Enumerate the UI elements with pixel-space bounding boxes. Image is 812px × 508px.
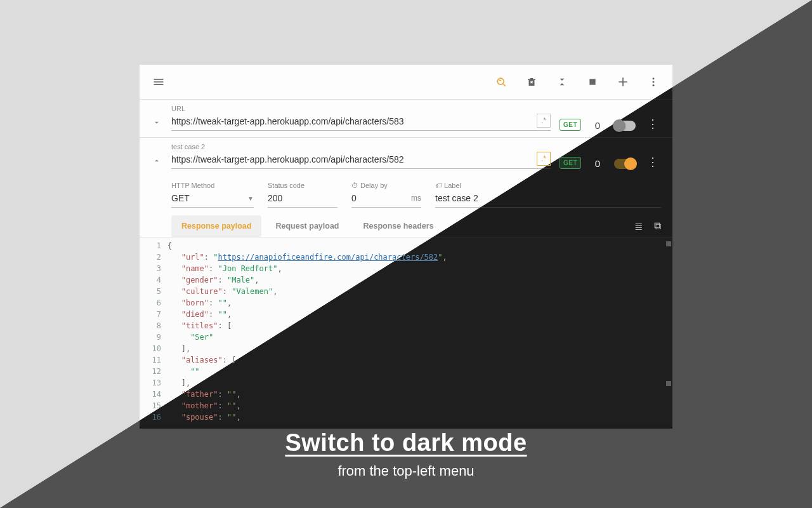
format-icon[interactable]: ≣ — [631, 220, 646, 232]
status-code-input[interactable]: 200 — [268, 190, 337, 208]
tab-request-payload[interactable]: Request payload — [265, 215, 349, 237]
caption-subtitle: from the top-left menu — [0, 463, 812, 479]
rule-row: URL https://tweak-target-app.herokuapp.c… — [140, 100, 672, 137]
regex-toggle[interactable]: .* — [537, 114, 551, 128]
scrollbar[interactable] — [665, 241, 671, 422]
collapse-all-icon[interactable] — [549, 69, 575, 95]
search-icon[interactable] — [488, 69, 514, 95]
url-input[interactable]: https://tweak-target-app.herokuapp.com/a… — [171, 114, 551, 131]
svg-rect-2 — [589, 79, 595, 84]
stop-icon[interactable] — [580, 69, 605, 95]
url-input[interactable]: https://tweak-target-app.herokuapp.com/a… — [171, 152, 551, 169]
method-badge: GET — [560, 157, 581, 169]
rule-label: test case 2 — [171, 143, 551, 150]
tab-response-headers[interactable]: Response headers — [353, 215, 443, 237]
row-more-icon[interactable]: ⋮ — [645, 155, 661, 169]
regex-toggle[interactable]: .* — [537, 152, 551, 166]
copy-icon[interactable]: ⧉ — [650, 220, 665, 232]
menu-icon[interactable] — [146, 69, 171, 95]
method-badge: GET — [560, 119, 581, 131]
field-label: HTTP Method — [171, 182, 254, 189]
add-icon[interactable] — [610, 69, 636, 95]
promo-caption: Switch to dark mode from the top-left me… — [0, 429, 812, 479]
delay-input[interactable]: 0ms — [351, 190, 421, 208]
enable-toggle[interactable] — [614, 121, 636, 131]
url-label: URL — [171, 105, 551, 112]
chevron-up-icon[interactable] — [151, 156, 162, 169]
hit-count: 0 — [590, 120, 605, 131]
more-icon[interactable] — [641, 69, 666, 95]
svg-point-5 — [653, 84, 655, 86]
tab-response-payload[interactable]: Response payload — [171, 215, 261, 237]
row-more-icon[interactable]: ⋮ — [645, 117, 661, 131]
trash-icon[interactable] — [519, 69, 544, 95]
http-method-select[interactable]: GET▼ — [171, 190, 254, 208]
line-gutter: 12345678910111213141516 — [140, 237, 167, 425]
toolbar — [140, 65, 672, 99]
enable-toggle[interactable] — [614, 159, 636, 169]
field-label: Status code — [268, 182, 337, 189]
chevron-down-icon[interactable] — [151, 118, 162, 131]
caption-title: Switch to dark mode — [0, 429, 812, 457]
svg-point-0 — [497, 78, 504, 84]
hit-count: 0 — [590, 158, 605, 169]
svg-point-4 — [653, 81, 655, 83]
svg-point-3 — [653, 77, 655, 79]
field-label: ⏱ Delay by — [351, 182, 421, 189]
